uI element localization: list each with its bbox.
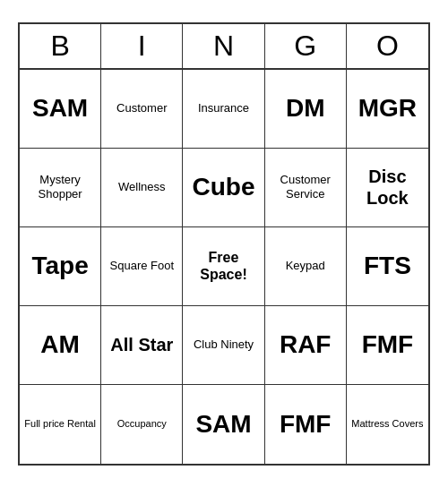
header-letter: O [347, 24, 428, 68]
bingo-cell: Full price Rental [20, 385, 101, 464]
bingo-cell: RAF [265, 306, 347, 385]
bingo-card: BINGO SAMCustomerInsuranceDMMGRMystery S… [18, 22, 430, 466]
bingo-cell: DM [265, 70, 347, 149]
bingo-cell: Mystery Shopper [20, 149, 101, 227]
bingo-cell: Wellness [101, 149, 183, 227]
header-letter: I [101, 24, 183, 68]
header-letter: G [265, 24, 347, 68]
bingo-cell: Mattress Covers [347, 385, 428, 464]
bingo-cell: Occupancy [101, 385, 183, 464]
bingo-cell: FMF [265, 385, 347, 464]
bingo-cell: All Star [101, 306, 183, 385]
bingo-cell: FTS [347, 227, 428, 306]
bingo-cell: SAM [20, 70, 101, 149]
bingo-cell: SAM [183, 385, 264, 464]
bingo-cell: Keypad [265, 227, 347, 306]
bingo-header: BINGO [20, 24, 428, 70]
bingo-cell: Customer [101, 70, 183, 149]
bingo-cell: Square Foot [101, 227, 183, 306]
bingo-cell: FMF [347, 306, 428, 385]
bingo-cell: Customer Service [265, 149, 347, 227]
bingo-cell: Free Space! [183, 227, 264, 306]
bingo-cell: Tape [20, 227, 101, 306]
bingo-cell: Disc Lock [347, 149, 428, 227]
bingo-cell: AM [20, 306, 101, 385]
header-letter: B [20, 24, 101, 68]
bingo-cell: Club Ninety [183, 306, 264, 385]
header-letter: N [183, 24, 264, 68]
bingo-cell: MGR [347, 70, 428, 149]
bingo-grid: SAMCustomerInsuranceDMMGRMystery Shopper… [20, 70, 428, 464]
bingo-cell: Cube [183, 149, 264, 227]
bingo-cell: Insurance [183, 70, 264, 149]
